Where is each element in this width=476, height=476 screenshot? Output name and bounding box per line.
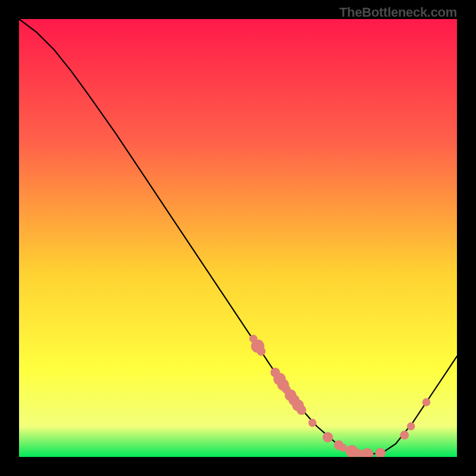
chart-frame: TheBottleneck.com xyxy=(0,0,476,476)
data-marker xyxy=(308,419,317,427)
data-marker xyxy=(297,405,306,415)
plot-area xyxy=(19,19,457,457)
data-marker xyxy=(407,422,415,431)
chart-svg xyxy=(19,19,457,457)
gradient-background xyxy=(19,19,457,457)
data-marker xyxy=(257,347,266,356)
watermark-text: TheBottleneck.com xyxy=(339,5,457,20)
data-marker xyxy=(400,431,409,440)
data-marker xyxy=(422,398,431,406)
data-marker xyxy=(322,432,333,442)
